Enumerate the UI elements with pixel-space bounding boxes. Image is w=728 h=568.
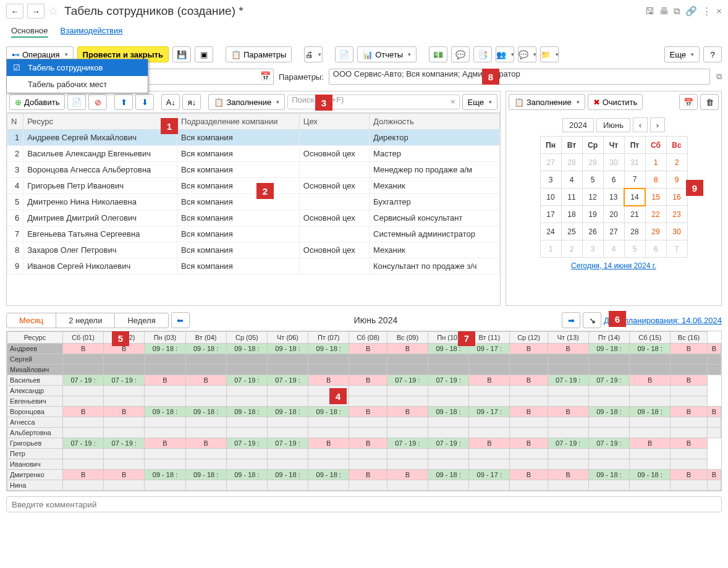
more-button[interactable]: Еще	[664, 46, 700, 62]
sched-cell[interactable]: В	[707, 470, 721, 480]
table-row[interactable]: 9Иванов Сергей НиколаевичВся компанияКон…	[7, 258, 500, 274]
sched-cell[interactable]: В	[308, 438, 349, 449]
period-next-button[interactable]: ➡	[562, 312, 580, 328]
help-button[interactable]: ?	[703, 46, 722, 62]
sched-cell[interactable]: 09 - 18 :	[630, 344, 671, 354]
cal-day[interactable]: 18	[561, 206, 582, 223]
sched-cell[interactable]: В	[671, 375, 708, 386]
sched-cell[interactable]: В	[707, 344, 721, 354]
tb-icon-2[interactable]: 💬	[451, 46, 470, 62]
sched-row[interactable]: Григорьев07 - 19 :07 - 19 :ВВ07 - 19 :07…	[7, 438, 721, 449]
cal-day[interactable]: 16	[666, 189, 687, 206]
sched-row[interactable]: Иванович	[7, 459, 721, 470]
cal-day[interactable]: 6	[645, 240, 666, 258]
table-row[interactable]: 5Дмитренко Нина НиколаевнаВся компанияБу…	[7, 194, 500, 210]
sched-cell[interactable]: В	[63, 470, 104, 480]
move-up-button[interactable]: ⬆	[114, 94, 133, 110]
sched-cell[interactable]: В	[349, 438, 387, 449]
cal-day[interactable]: 14	[624, 189, 645, 206]
col-position[interactable]: Должность	[370, 114, 500, 130]
cal-day[interactable]: 7	[666, 240, 687, 258]
sched-cell[interactable]: 07 - 19 :	[588, 438, 629, 449]
tb-icon-6[interactable]: 📁	[540, 46, 559, 62]
sched-cell[interactable]: В	[349, 407, 387, 417]
sched-cell[interactable]: 09 - 17 :	[469, 407, 510, 417]
sched-cell[interactable]: 07 - 19 :	[267, 375, 308, 386]
cal-day[interactable]: 24	[540, 223, 561, 240]
rp-clear-button[interactable]: ✖ Очистить	[588, 94, 643, 110]
sched-cell[interactable]: В	[510, 470, 548, 480]
sched-cell[interactable]: В	[707, 407, 721, 417]
sched-cell[interactable]: В	[308, 375, 349, 386]
sched-cell[interactable]: 09 - 18 :	[185, 407, 226, 417]
sched-cell[interactable]: 09 - 18 :	[588, 407, 629, 417]
sort-asc-button[interactable]: A↓	[161, 94, 180, 110]
cal-day[interactable]: 27	[540, 154, 561, 171]
tb-icon-4[interactable]: 👥	[496, 46, 514, 62]
sched-cell[interactable]: В	[548, 407, 588, 417]
new-window-icon[interactable]: ⧉	[674, 6, 680, 17]
sched-cell[interactable]: 09 - 18 :	[267, 470, 308, 480]
table-row[interactable]: 1Андреев Сергей МихайловичВся компанияДи…	[7, 130, 500, 146]
sched-cell[interactable]: 09 - 18 :	[428, 407, 469, 417]
table-row[interactable]: 8Захаров Олег ПетровичВся компанияОсновн…	[7, 242, 500, 258]
sched-cell[interactable]: В	[671, 344, 708, 354]
sched-cell[interactable]: 09 - 18 :	[308, 407, 349, 417]
table-row[interactable]: 7Евгеньева Татьяна СергеевнаВся компания…	[7, 226, 500, 242]
table-row[interactable]: 4Григорьев Петр ИвановичВся компанияОсно…	[7, 178, 500, 194]
sched-cell[interactable]: 07 - 19 :	[104, 375, 145, 386]
save-button[interactable]: 💾	[172, 46, 191, 62]
sched-cell[interactable]: 07 - 19 :	[226, 375, 267, 386]
print-icon[interactable]: 🖶	[659, 6, 669, 17]
cal-day[interactable]: 5	[624, 240, 645, 258]
sched-row[interactable]: Евгеньевич	[7, 396, 721, 407]
cal-day[interactable]: 26	[582, 223, 603, 240]
sched-cell[interactable]: 09 - 18 :	[308, 470, 349, 480]
sched-cell[interactable]: 07 - 19 :	[63, 438, 104, 449]
tb-icon-3[interactable]: 📑	[473, 46, 492, 62]
sched-cell[interactable]: В	[469, 375, 510, 386]
sched-cell[interactable]: В	[548, 470, 588, 480]
sched-row[interactable]: Альбертовна	[7, 428, 721, 438]
cal-day[interactable]: 25	[561, 223, 582, 240]
tb-icon-1[interactable]: 💵	[429, 46, 447, 62]
cal-day[interactable]: 28	[624, 223, 645, 240]
cal-day[interactable]: 10	[540, 189, 561, 206]
sched-cell[interactable]: В	[510, 438, 548, 449]
schedule-grid[interactable]: РесурсСб (01)Вс (02)Пн (03)Вт (04)Ср (05…	[7, 331, 721, 491]
sched-cell[interactable]: 07 - 19 :	[588, 375, 629, 386]
sched-cell[interactable]: 09 - 18 :	[226, 344, 267, 354]
cal-day[interactable]: 5	[582, 171, 603, 189]
fill-dropdown-button[interactable]: 📋 Заполнение	[208, 94, 285, 110]
params-display[interactable]: ООО Сервис-Авто; Вся компания; Администр…	[329, 69, 710, 85]
cal-day[interactable]: 21	[624, 206, 645, 223]
print-dropdown[interactable]: 🖨	[304, 46, 323, 62]
comment-input[interactable]	[6, 496, 722, 512]
tab-main[interactable]: Основное	[11, 25, 48, 38]
delete-button[interactable]: ⊘	[88, 94, 107, 110]
sched-cell[interactable]: В	[510, 407, 548, 417]
cal-day[interactable]: 20	[603, 206, 624, 223]
reports-dropdown[interactable]: 📊 Отчеты	[357, 46, 417, 62]
sched-cell[interactable]: 09 - 18 :	[630, 470, 671, 480]
sched-cell[interactable]: 09 - 18 :	[428, 470, 469, 480]
sched-row[interactable]: Агнесса	[7, 417, 721, 428]
sched-cell[interactable]: 09 - 18 :	[267, 407, 308, 417]
sched-cell[interactable]: В	[104, 470, 145, 480]
calendar-grid[interactable]: ПнВтСрЧтПтСбВс 2728293031123456789101112…	[540, 136, 688, 258]
sched-cell[interactable]: В	[63, 407, 104, 417]
sched-row[interactable]: Петр	[7, 449, 721, 459]
params-button[interactable]: 📋 Параметры	[226, 46, 292, 62]
cal-day[interactable]: 30	[666, 223, 687, 240]
sched-cell[interactable]: В	[145, 438, 185, 449]
sched-row[interactable]: Нина	[7, 480, 721, 491]
cal-year[interactable]: 2024	[562, 118, 594, 132]
sched-cell[interactable]: В	[510, 375, 548, 386]
seg-month[interactable]: Месяц	[7, 313, 56, 328]
calendar-icon[interactable]: 📅	[260, 71, 271, 81]
table-row[interactable]: 6Дмитриев Дмитрий ОлеговичВся компанияОс…	[7, 210, 500, 226]
sched-cell[interactable]: 09 - 18 :	[226, 470, 267, 480]
cal-day[interactable]: 28	[561, 154, 582, 171]
sched-cell[interactable]: В	[387, 470, 428, 480]
sort-desc-button[interactable]: я↓	[182, 94, 201, 110]
